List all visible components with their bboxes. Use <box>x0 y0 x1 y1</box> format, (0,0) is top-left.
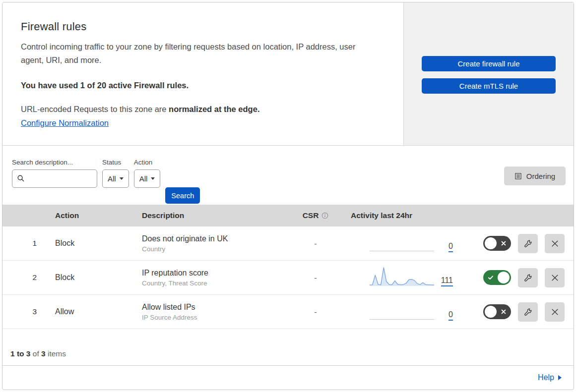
rule-activity-cell: 111 <box>343 261 457 294</box>
wrench-icon <box>524 239 532 248</box>
rule-priority: 1 <box>2 239 45 248</box>
search-label: Search description... <box>12 159 97 166</box>
rule-activity-cell: 0 <box>343 295 457 329</box>
items-text: items <box>48 349 66 358</box>
status-filter-group: Status All <box>102 159 129 188</box>
rule-description: Does not originate in UK <box>142 234 288 243</box>
rule-csr-value: - <box>288 308 343 316</box>
activity-sparkline-flat <box>370 251 434 252</box>
rule-activity-cell: 0 <box>343 226 457 260</box>
delete-rule-button[interactable] <box>545 268 565 287</box>
action-filter-group: Action All <box>134 159 161 188</box>
top-section: Firewall rules Control incoming traffic … <box>2 2 574 146</box>
rule-enabled-toggle[interactable] <box>483 236 511 251</box>
activity-count-link[interactable]: 0 <box>448 311 453 321</box>
close-icon <box>551 240 559 247</box>
x-icon <box>501 309 507 315</box>
edit-rule-button[interactable] <box>518 268 538 287</box>
rule-controls <box>457 234 574 253</box>
ordering-button[interactable]: Ordering <box>504 167 566 185</box>
filter-bar: Search description... Status All Action … <box>2 146 574 205</box>
table-row: 3 Allow Allow listed IPs IP Source Addre… <box>2 295 574 329</box>
toggle-knob <box>485 306 497 318</box>
rule-action: Block <box>45 273 132 282</box>
rule-csr-value: - <box>288 274 343 282</box>
ordering-label: Ordering <box>526 172 555 180</box>
create-mtls-rule-button[interactable]: Create mTLS rule <box>422 78 556 94</box>
close-icon <box>551 274 559 281</box>
create-firewall-rule-button[interactable]: Create firewall rule <box>422 56 556 71</box>
activity-column-header: Activity last 24hr <box>343 211 457 220</box>
action-selected-value: All <box>139 174 148 183</box>
edit-rule-button[interactable] <box>518 234 538 253</box>
help-bar: Help <box>2 365 574 390</box>
normalization-bold: normalized at the edge. <box>169 105 259 113</box>
intro-card: Firewall rules Control incoming traffic … <box>2 2 403 145</box>
status-label: Status <box>102 159 129 166</box>
help-label: Help <box>538 373 554 382</box>
delete-rule-button[interactable] <box>545 234 565 253</box>
csr-label: CSR <box>303 211 319 220</box>
actions-panel: Create firewall rule Create mTLS rule <box>403 2 574 145</box>
rule-description: Allow listed IPs <box>142 303 288 312</box>
x-icon <box>501 240 507 246</box>
rule-enabled-toggle[interactable] <box>483 304 511 319</box>
activity-sparkline <box>370 266 434 286</box>
total-text: 3 <box>41 349 46 358</box>
ordering-list-icon <box>514 172 522 180</box>
rule-action: Block <box>45 239 132 248</box>
configure-normalization-link[interactable]: Configure Normalization <box>21 118 109 128</box>
delete-rule-button[interactable] <box>545 302 565 322</box>
check-icon <box>488 275 494 280</box>
rule-fields: Country, Threat Score <box>142 280 288 287</box>
toggle-knob <box>485 237 497 249</box>
close-icon <box>551 308 559 316</box>
normalization-note: URL-encoded Requests to this zone are no… <box>21 105 384 114</box>
range-text: 1 to 3 <box>10 349 30 358</box>
rule-controls <box>457 302 574 322</box>
rule-description-cell: IP reputation score Country, Threat Scor… <box>132 269 288 287</box>
status-selected-value: All <box>108 174 116 183</box>
action-label: Action <box>134 159 161 166</box>
toggle-knob <box>498 272 510 283</box>
wrench-icon <box>524 308 532 316</box>
rule-csr-value: - <box>288 239 343 248</box>
action-column-header: Action <box>45 211 132 220</box>
rule-description-cell: Allow listed IPs IP Source Address <box>132 303 288 321</box>
rule-enabled-toggle[interactable] <box>483 270 511 285</box>
wrench-icon <box>524 274 532 282</box>
chevron-down-icon <box>120 177 124 180</box>
activity-count-link[interactable]: 0 <box>448 242 453 252</box>
rule-controls <box>457 268 574 287</box>
pagination-summary: 1 to 3 of 3 items <box>2 329 574 365</box>
info-icon[interactable] <box>321 212 328 219</box>
edit-rule-button[interactable] <box>518 302 538 322</box>
search-icon <box>17 174 25 182</box>
rule-priority: 3 <box>2 307 45 316</box>
search-box <box>12 169 97 188</box>
page-description: Control incoming traffic to your zone by… <box>21 40 378 67</box>
search-group: Search description... <box>12 159 97 188</box>
rule-priority: 2 <box>2 273 45 282</box>
csr-column-header: CSR <box>288 211 343 220</box>
firewall-rules-panel: Firewall rules Control incoming traffic … <box>2 2 574 390</box>
rule-description-cell: Does not originate in UK Country <box>132 234 288 253</box>
status-select[interactable]: All <box>102 169 129 188</box>
page-title: Firewall rules <box>21 20 384 33</box>
activity-sparkline-flat <box>370 319 434 321</box>
table-header: Action Description CSR Activity last 24h… <box>2 205 574 226</box>
table-row: 1 Block Does not originate in UK Country… <box>2 226 574 261</box>
search-button[interactable]: Search <box>165 187 200 204</box>
rule-fields: IP Source Address <box>142 314 288 321</box>
normalization-prefix: URL-encoded Requests to this zone are <box>21 105 169 113</box>
action-select[interactable]: All <box>134 169 161 188</box>
description-column-header: Description <box>132 211 288 220</box>
activity-count-link[interactable]: 111 <box>441 277 453 286</box>
help-link[interactable]: Help <box>538 373 562 382</box>
chevron-down-icon <box>151 177 155 180</box>
rule-action: Allow <box>45 307 132 316</box>
usage-note: You have used 1 of 20 active Firewall ru… <box>21 81 384 90</box>
rule-fields: Country <box>142 245 288 253</box>
arrow-right-icon <box>558 375 562 380</box>
of-text: of <box>33 349 39 358</box>
